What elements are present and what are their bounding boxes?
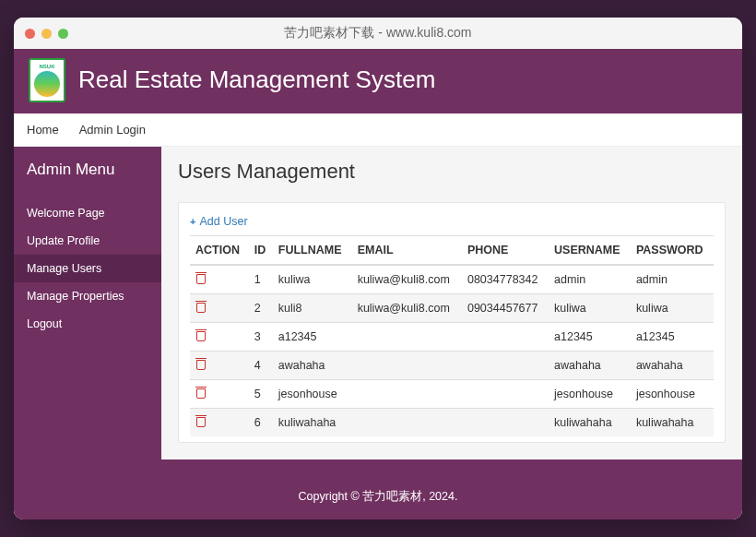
table-row: 4awahahaawahahaawahaha [190, 352, 714, 380]
cell-username: awahaha [549, 352, 631, 380]
sidebar: Admin Menu Welcome Page Update Profile M… [14, 147, 161, 459]
cell-phone: 08034778342 [462, 265, 549, 294]
cell-password: kuliwa [631, 294, 714, 323]
cell-action [190, 409, 249, 437]
trash-icon[interactable] [195, 272, 207, 284]
cell-id: 6 [249, 409, 273, 437]
cell-phone [462, 409, 549, 437]
table-row: 3a12345a12345a12345 [190, 323, 714, 352]
table-row: 2kuli8kuliwa@kuli8.com09034457677kuliwak… [190, 294, 714, 323]
trash-icon[interactable] [195, 358, 207, 370]
cell-id: 1 [249, 265, 273, 294]
app-window: 苦力吧素材下载 - www.kuli8.com NSUK Real Estate… [14, 18, 742, 519]
cell-phone: 09034457677 [462, 294, 549, 323]
cell-password: a12345 [631, 323, 714, 352]
cell-password: awahaha [631, 352, 714, 380]
cell-email [352, 323, 462, 352]
page-title: Users Management [178, 160, 726, 184]
titlebar: 苦力吧素材下载 - www.kuli8.com [14, 18, 742, 49]
col-id: ID [249, 236, 273, 266]
cell-username: a12345 [549, 323, 631, 352]
cell-password: kuliwahaha [631, 409, 714, 437]
col-username: USERNAME [549, 236, 631, 266]
plus-icon: + [190, 216, 195, 227]
cell-username: jesonhouse [549, 380, 631, 409]
table-row: 6kuliwahahakuliwahahakuliwahaha [190, 409, 714, 437]
table-row: 1kuliwakuliwa@kuli8.com08034778342admina… [190, 265, 714, 294]
cell-fullname: kuliwa [273, 265, 352, 294]
cell-username: admin [549, 265, 631, 294]
col-password: PASSWORD [631, 236, 714, 266]
add-user-link[interactable]: + Add User [190, 215, 248, 228]
cell-id: 2 [249, 294, 273, 323]
cell-fullname: kuliwahaha [273, 409, 352, 437]
cell-phone [462, 380, 549, 409]
cell-email [352, 352, 462, 380]
trash-icon[interactable] [195, 329, 207, 341]
cell-username: kuliwa [549, 294, 631, 323]
cell-email [352, 409, 462, 437]
trash-icon[interactable] [195, 301, 207, 313]
cell-email [352, 380, 462, 409]
app-title: Real Estate Management System [78, 66, 435, 94]
cell-username: kuliwahaha [549, 409, 631, 437]
sidebar-title: Admin Menu [14, 147, 161, 199]
cell-password: jesonhouse [631, 380, 714, 409]
cell-fullname: jesonhouse [273, 380, 352, 409]
cell-id: 4 [249, 352, 273, 380]
navbar: Home Admin Login [14, 113, 742, 147]
cell-action [190, 265, 249, 294]
sidebar-item-welcome[interactable]: Welcome Page [14, 199, 161, 227]
logo-badge-icon [34, 71, 60, 97]
cell-password: admin [631, 265, 714, 294]
sidebar-item-update-profile[interactable]: Update Profile [14, 227, 161, 255]
cell-id: 3 [249, 323, 273, 352]
cell-email: kuliwa@kuli8.com [352, 294, 462, 323]
footer: Copyright © 苦力吧素材, 2024. [14, 474, 742, 519]
trash-icon[interactable] [195, 387, 207, 399]
sidebar-item-manage-users[interactable]: Manage Users [14, 255, 161, 282]
main-panel: Users Management + Add User ACTIONIDFULL… [161, 147, 742, 459]
cell-phone [462, 352, 549, 380]
sidebar-item-manage-properties[interactable]: Manage Properties [14, 282, 161, 310]
cell-fullname: a12345 [273, 323, 352, 352]
table-row: 5jesonhousejesonhousejesonhouse [190, 380, 714, 409]
content: Admin Menu Welcome Page Update Profile M… [14, 147, 742, 459]
cell-phone [462, 323, 549, 352]
users-panel: + Add User ACTIONIDFULLNAMEEMAILPHONEUSE… [178, 202, 726, 443]
col-phone: PHONE [462, 236, 549, 266]
cell-action [190, 380, 249, 409]
cell-fullname: kuli8 [273, 294, 352, 323]
header: NSUK Real Estate Management System [14, 49, 742, 113]
cell-email: kuliwa@kuli8.com [352, 265, 462, 294]
sidebar-item-logout[interactable]: Logout [14, 310, 161, 338]
footer-gap [14, 459, 742, 474]
nav-home[interactable]: Home [27, 123, 59, 137]
add-user-label: Add User [199, 215, 247, 228]
logo: NSUK [29, 58, 65, 102]
cell-action [190, 352, 249, 380]
cell-action [190, 294, 249, 323]
logo-text: NSUK [39, 64, 54, 69]
users-table: ACTIONIDFULLNAMEEMAILPHONEUSERNAMEPASSWO… [190, 235, 714, 436]
cell-id: 5 [249, 380, 273, 409]
trash-icon[interactable] [195, 415, 207, 427]
col-action: ACTION [190, 236, 249, 266]
window-title: 苦力吧素材下载 - www.kuli8.com [14, 25, 742, 42]
cell-action [190, 323, 249, 352]
cell-fullname: awahaha [273, 352, 352, 380]
col-fullname: FULLNAME [273, 236, 352, 266]
nav-admin-login[interactable]: Admin Login [79, 123, 146, 137]
col-email: EMAIL [352, 236, 462, 266]
